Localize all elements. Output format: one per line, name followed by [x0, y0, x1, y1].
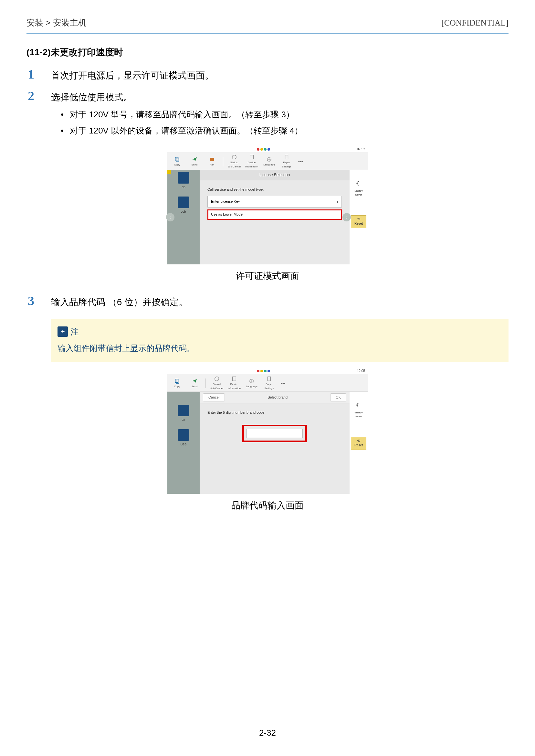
reset-icon: ⟲ [357, 439, 360, 443]
toolbar-device-info[interactable]: Device Information [243, 154, 260, 169]
confidential-label: [CONFIDENTIAL] [441, 16, 509, 30]
paper-icon [284, 154, 290, 160]
dialog-bar: Cancel Select brand OK [200, 392, 350, 404]
energy-saver-button[interactable]: ☾ Energy Saver [352, 179, 366, 197]
status-icon [231, 154, 237, 160]
dot-icon [260, 370, 263, 372]
option-use-as-lower-model[interactable]: Use as Lower Model [208, 210, 342, 220]
toolbar-copy[interactable]: Copy [169, 378, 185, 389]
option-enter-license-key[interactable]: Enter License Key › [208, 196, 342, 208]
option-label: Enter License Key [211, 199, 240, 205]
dot-icon [268, 148, 270, 151]
sidebar-tile[interactable]: USB [174, 429, 193, 447]
toolbar-status[interactable]: Status/ Job Cancel [226, 154, 242, 169]
sidebar-tile[interactable]: Job [174, 196, 193, 214]
note-icon: ✦ [58, 327, 68, 337]
moon-icon: ☾ [352, 179, 366, 189]
toolbar-copy[interactable]: Copy [169, 157, 185, 167]
toolbar-paper-settings[interactable]: Paper Settings [278, 154, 295, 169]
step-text: 首次打开电源后，显示许可证模式画面。 [51, 69, 509, 83]
globe-icon [249, 378, 255, 384]
nav-prev-button[interactable]: ‹ [166, 213, 175, 221]
app-icon [178, 405, 189, 416]
energy-saver-label: Energy Saver [354, 189, 362, 196]
step-2: 2 选择低位使用模式。 对于 120V 型号，请移至品牌代码输入画面。（转至步骤… [26, 88, 509, 140]
svg-rect-2 [210, 158, 214, 160]
toolbar-language[interactable]: Language [243, 378, 260, 389]
device-toolbar: Copy Send Status/ Job Cancel Device Info… [167, 374, 368, 392]
svg-rect-0 [176, 157, 178, 160]
breadcrumb: 安装 > 安装主机 [26, 16, 87, 30]
fax-icon [209, 157, 215, 162]
figure-license-selection: 07:52 Copy Send Fax Status/ Job Cancel D… [26, 146, 509, 264]
bullet-item: 对于 120V 型号，请移至品牌代码输入画面。（转至步骤 3） [61, 108, 509, 122]
page-header: 安装 > 安装主机 [CONFIDENTIAL] [26, 16, 509, 34]
reset-button[interactable]: ⟲ Reset [351, 215, 366, 228]
note-title: 注 [70, 325, 79, 339]
dialog-main: License Selection Call service and set t… [200, 170, 350, 264]
dialog-title: License Selection [200, 170, 350, 180]
svg-rect-10 [233, 377, 236, 381]
toolbar-send[interactable]: Send [186, 378, 203, 389]
separator [206, 378, 206, 388]
ok-button[interactable]: OK [330, 393, 346, 402]
toolbar-send[interactable]: Send [186, 157, 203, 167]
clock: 12:05 [357, 368, 365, 374]
device-sidebar: Co Job ‹ [167, 170, 200, 264]
device-sidebar: Co USB [167, 392, 200, 494]
svg-rect-1 [176, 158, 179, 161]
toolbar-language[interactable]: Language [261, 157, 277, 167]
step-number: 1 [26, 67, 51, 82]
figure-brand-code: 12:05 Copy Send Status/ Job Cancel Devic… [26, 368, 509, 494]
copy-icon [174, 378, 180, 384]
device-rightbar: ☾ Energy Saver ⟲ Reset [350, 170, 368, 264]
toolbar-paper-settings[interactable]: Paper Settings [261, 376, 277, 391]
section-title: (11-2)未更改打印速度时 [26, 45, 509, 60]
reset-label: Reset [354, 443, 363, 448]
svg-point-3 [232, 155, 237, 160]
device-statusbar: 07:52 [167, 146, 368, 152]
dot-icon [264, 370, 267, 372]
brand-code-input[interactable] [246, 429, 303, 438]
reset-icon: ⟲ [357, 217, 360, 221]
svg-rect-6 [285, 155, 288, 160]
dialog-title: Select brand [225, 395, 330, 400]
toolbar-more[interactable]: ••• [278, 380, 288, 387]
dot-icon [257, 148, 259, 151]
cancel-button[interactable]: Cancel [203, 393, 225, 402]
svg-rect-4 [250, 155, 254, 160]
moon-icon: ☾ [352, 401, 366, 410]
copy-icon [174, 157, 180, 162]
reset-button[interactable]: ⟲ Reset [351, 437, 366, 450]
sidebar-tile[interactable]: Co [174, 172, 193, 189]
energy-saver-button[interactable]: ☾ Energy Saver [352, 401, 366, 419]
toolbar-fax[interactable]: Fax [204, 157, 220, 167]
device-info-icon [231, 376, 237, 382]
sidebar-label: Co [174, 418, 193, 422]
figure-caption: 品牌代码输入画面 [26, 498, 509, 513]
svg-point-9 [215, 377, 219, 381]
indicator-icon [167, 170, 171, 174]
dot-icon [260, 148, 263, 151]
sidebar-label: Co [174, 185, 193, 189]
toolbar-more[interactable]: ••• [296, 158, 306, 165]
dot-icon [257, 370, 259, 372]
status-icon [214, 376, 220, 382]
dialog-prompt: Enter the 5-digit number brand code [208, 410, 342, 416]
note-box: ✦ 注 输入组件附带信封上显示的品牌代码。 [51, 319, 509, 362]
step-1: 1 首次打开电源后，显示许可证模式画面。 [26, 67, 509, 86]
sidebar-tile[interactable]: Co [174, 405, 193, 422]
reset-label: Reset [354, 221, 363, 226]
toolbar-device-info[interactable]: Device Information [226, 376, 242, 391]
separator [223, 157, 223, 166]
energy-saver-label: Energy Saver [354, 411, 362, 418]
app-icon [178, 172, 189, 184]
clock: 07:52 [357, 147, 365, 152]
send-icon [192, 378, 197, 384]
step-text: 输入品牌代码 （6 位）并按确定。 [51, 295, 509, 310]
svg-rect-7 [176, 379, 178, 382]
sidebar-label: Job [174, 210, 193, 214]
toolbar-status[interactable]: Status/ Job Cancel [209, 376, 225, 391]
option-label: Use as Lower Model [211, 212, 243, 218]
nav-next-button[interactable]: › [343, 213, 351, 221]
